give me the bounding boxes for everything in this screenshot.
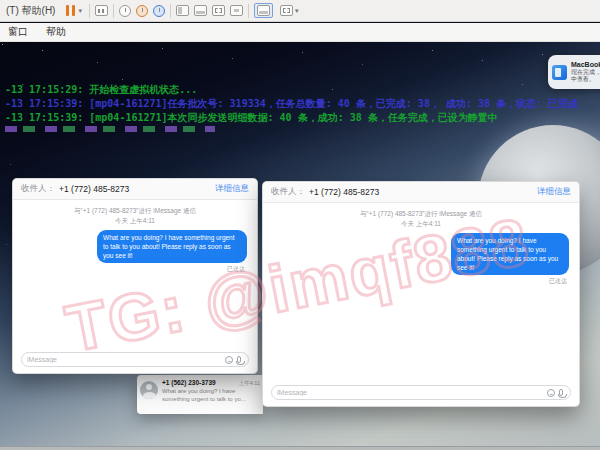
menu-item-help[interactable]: 帮助	[46, 25, 66, 39]
library-panel-icon[interactable]	[176, 5, 189, 16]
fullscreen-icon[interactable]	[212, 5, 225, 16]
chat-window-1: 收件人： +1 (772) 485-8273 详细信息 与“+1 (772) 4…	[12, 178, 258, 374]
window-bottom-edge	[0, 446, 600, 450]
unity-icon[interactable]	[230, 5, 243, 16]
conversation-preview: What are you doing? I have something urg…	[162, 387, 260, 403]
notification-banner[interactable]: MacBook 现在完成， 中查看。	[548, 55, 600, 89]
pause-button[interactable]: ▾	[64, 4, 84, 17]
vmware-toolbar: (T) 帮助(H) ▾ ▾	[0, 0, 600, 22]
message-input-bar	[271, 385, 571, 400]
console-panel-icon[interactable]	[194, 5, 207, 16]
date-label: 今天 上午4:11	[13, 216, 257, 225]
emoji-icon[interactable]	[547, 389, 555, 397]
conversation-list-row[interactable]: +1 (562) 230-3739 上午4:11 What are you do…	[137, 375, 263, 414]
stretch-display-button[interactable]: ▾	[278, 4, 301, 17]
chevron-down-icon: ▾	[295, 7, 299, 15]
conversation-time: 上午4:11	[239, 380, 260, 387]
toolbar-separator	[89, 4, 90, 18]
notification-body-line1: 现在完成，	[571, 69, 600, 76]
stretch-display-icon	[280, 5, 293, 16]
delivered-status: 已送达	[263, 277, 567, 286]
message-input[interactable]	[277, 387, 547, 399]
toolbar-separator	[113, 4, 114, 18]
session-info: 与“+1 (772) 485-8273”进行 iMessage 通信	[13, 206, 257, 215]
emoji-icon[interactable]	[225, 356, 233, 364]
chat-header: 收件人： +1 (772) 485-8273 详细信息	[13, 179, 257, 200]
session-info: 与“+1 (772) 485-8273”进行 iMessage 通信	[263, 209, 579, 218]
vm-desktop: -13 17:15:29: 开始检查虚拟机状态... -13 17:15:39:…	[0, 42, 600, 450]
menu-fragment[interactable]: (T) 帮助(H)	[6, 4, 55, 18]
to-label: 收件人：	[271, 186, 305, 198]
snapshot-revert-icon[interactable]	[136, 5, 148, 17]
menu-bar: 窗口 帮助	[0, 23, 600, 42]
notification-title: MacBook	[571, 61, 600, 69]
chevron-down-icon: ▾	[78, 7, 82, 15]
log-line: -13 17:15:29: 开始检查虚拟机状态...	[5, 83, 599, 97]
sent-message-bubble: What are you doing? I have something urg…	[451, 233, 569, 275]
migration-app-icon	[552, 65, 567, 80]
log-line: -13 17:15:39: [mp04-161271]本次同步发送明细数据: 4…	[5, 111, 599, 125]
details-button[interactable]: 详细信息	[537, 186, 571, 198]
stars-decoration	[2, 44, 3, 45]
pause-icon	[72, 5, 75, 16]
send-ctrl-alt-del-icon[interactable]	[95, 5, 108, 16]
microphone-icon[interactable]	[237, 356, 241, 363]
microphone-icon[interactable]	[559, 389, 563, 396]
menu-item-window[interactable]: 窗口	[8, 25, 28, 39]
chat-header: 收件人： +1 (772) 485-8273 详细信息	[263, 182, 579, 203]
snapshot-manager-icon[interactable]	[153, 5, 165, 17]
show-console-icon	[257, 5, 270, 16]
log-line: -13 17:15:39: [mp04-161271]任务批次号: 319334…	[5, 97, 599, 111]
recipient-number: +1 (772) 485-8273	[309, 187, 379, 197]
show-console-button[interactable]	[254, 3, 273, 18]
console-log: -13 17:15:29: 开始检查虚拟机状态... -13 17:15:39:…	[5, 83, 599, 132]
log-line-clipped	[5, 126, 215, 132]
toolbar-separator	[170, 4, 171, 18]
toolbar-separator	[248, 4, 249, 18]
delivered-status: 已送达	[13, 265, 245, 274]
conversation-name: +1 (562) 230-3739	[162, 379, 216, 386]
date-label: 今天 上午4:11	[263, 219, 579, 228]
chat-window-2: 收件人： +1 (772) 485-8273 详细信息 与“+1 (772) 4…	[262, 181, 580, 407]
recipient-number: +1 (772) 485-8273	[59, 184, 129, 194]
to-label: 收件人：	[21, 183, 55, 195]
notification-body-line2: 中查看。	[571, 76, 600, 83]
message-input-bar	[21, 352, 249, 367]
pause-icon	[66, 5, 69, 16]
details-button[interactable]: 详细信息	[215, 183, 249, 195]
message-input[interactable]	[27, 354, 225, 366]
screen: (T) 帮助(H) ▾ ▾ 窗口 帮助 -	[0, 0, 600, 450]
contact-avatar	[140, 381, 158, 399]
sent-message-bubble: What are you doing? I have something urg…	[97, 230, 247, 263]
snapshot-clock-icon[interactable]	[119, 5, 131, 17]
